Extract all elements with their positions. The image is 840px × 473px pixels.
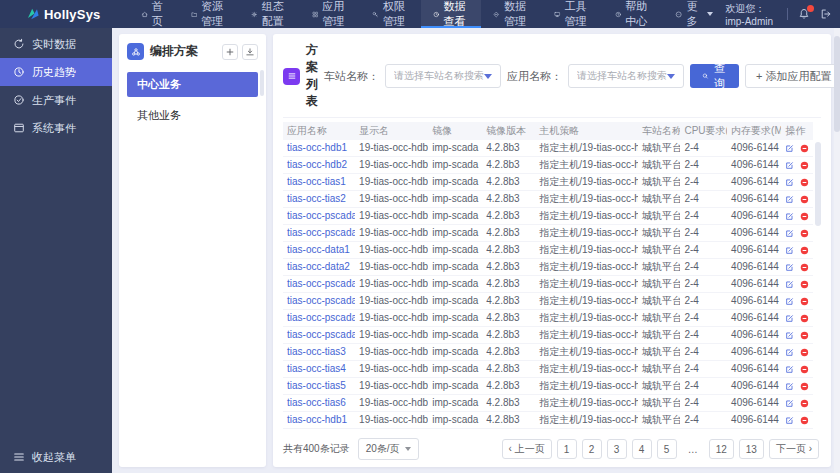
app-name-link[interactable]: tias-occ-data1 xyxy=(287,244,350,255)
edit-icon[interactable] xyxy=(785,313,794,324)
delete-icon[interactable] xyxy=(800,262,809,273)
app-name-link[interactable]: tias-occ-pscada1 xyxy=(287,227,355,238)
delete-icon[interactable] xyxy=(800,211,809,222)
edit-icon[interactable] xyxy=(785,228,794,239)
nav-item[interactable]: 数据查看 xyxy=(421,0,482,28)
page-button[interactable]: 13 xyxy=(739,439,764,459)
display-name-cell: 19-tias-occ-hdb1 xyxy=(355,395,428,412)
sidebar-item[interactable]: 系统事件 xyxy=(0,114,112,142)
page-button[interactable]: 下一页 › xyxy=(769,439,819,459)
page-button[interactable]: 12 xyxy=(709,439,734,459)
app-name-link[interactable]: tias-occ-tias6 xyxy=(287,397,346,408)
delete-icon[interactable] xyxy=(800,245,809,256)
edit-icon[interactable] xyxy=(785,262,794,273)
nav-item[interactable]: 资源管理 xyxy=(179,0,240,28)
delete-icon[interactable] xyxy=(800,143,809,154)
app-name-link[interactable]: tias-occ-pscada5 xyxy=(287,312,355,323)
delete-icon[interactable] xyxy=(800,160,809,171)
image-cell: imp-scada xyxy=(428,327,482,344)
import-plan-button[interactable] xyxy=(242,44,258,60)
delete-icon[interactable] xyxy=(800,177,809,188)
host-policy-cell: 指定主机/19-tias-occ-hdb1 xyxy=(535,327,638,344)
page-button[interactable]: … xyxy=(682,439,704,459)
station-select[interactable]: 请选择车站名称搜索 xyxy=(385,64,501,88)
page-button[interactable]: ‹ 上一页 xyxy=(502,439,552,459)
table-row: tias-occ-tias2 19-tias-occ-hdb1 imp-scad… xyxy=(283,191,813,208)
edit-icon[interactable] xyxy=(785,194,794,205)
add-app-config-button[interactable]: + 添加应用配置 xyxy=(745,64,840,88)
edit-icon[interactable] xyxy=(785,177,794,188)
nav-item[interactable]: 更多 xyxy=(663,0,725,28)
edit-icon[interactable] xyxy=(785,347,794,358)
delete-icon[interactable] xyxy=(800,313,809,324)
app-name-link[interactable]: tias-occ-tias2 xyxy=(287,193,346,204)
delete-icon[interactable] xyxy=(800,194,809,205)
image-cell: imp-scada xyxy=(428,140,482,157)
sidebar-item[interactable]: 历史趋势 xyxy=(0,58,112,86)
app-name-link[interactable]: tias-occ-tias5 xyxy=(287,380,346,391)
edit-icon[interactable] xyxy=(785,330,794,341)
edit-icon[interactable] xyxy=(785,381,794,392)
delete-icon[interactable] xyxy=(800,347,809,358)
notification-bell-icon[interactable] xyxy=(798,8,810,20)
app-name-link[interactable]: tias-occ-tias3 xyxy=(287,346,346,357)
page-scrollbar[interactable] xyxy=(834,28,840,473)
plan-list-item[interactable]: 其他业务 xyxy=(127,103,258,128)
plan-scrollbar[interactable] xyxy=(260,70,264,96)
delete-icon[interactable] xyxy=(800,330,809,341)
add-plan-button[interactable] xyxy=(222,44,238,60)
page-button[interactable]: 5 xyxy=(657,439,677,459)
table-row: tias-occ-hdb1 19-tias-occ-hdb1 imp-scada… xyxy=(283,412,813,429)
nav-item[interactable]: 组态配置 xyxy=(239,0,300,28)
page-button[interactable]: 4 xyxy=(632,439,652,459)
app-name-link[interactable]: tias-occ-pscada6 xyxy=(287,329,355,340)
app-name-link[interactable]: tias-occ-pscada4 xyxy=(287,295,355,306)
nav-item[interactable]: 数据管理 xyxy=(481,0,542,28)
edit-icon[interactable] xyxy=(785,160,794,171)
app-name-link[interactable]: tias-occ-tias1 xyxy=(287,176,346,187)
nav-item[interactable]: 首页 xyxy=(129,0,179,28)
sidebar-item[interactable]: 生产事件 xyxy=(0,86,112,114)
edit-icon[interactable] xyxy=(785,364,794,375)
search-button[interactable]: 查询 xyxy=(690,64,739,88)
edit-icon[interactable] xyxy=(785,415,794,426)
app-name-link[interactable]: tias-occ-data2 xyxy=(287,261,350,272)
edit-icon[interactable] xyxy=(785,296,794,307)
edit-icon[interactable] xyxy=(785,279,794,290)
app-name-link[interactable]: tias-occ-pscada3 xyxy=(287,278,355,289)
delete-icon[interactable] xyxy=(800,279,809,290)
nav-item[interactable]: 应用管理 xyxy=(300,0,361,28)
nav-item[interactable]: 工具管理 xyxy=(542,0,603,28)
app-name-link[interactable]: tias-occ-hdb1 xyxy=(287,142,347,153)
delete-icon[interactable] xyxy=(800,364,809,375)
delete-icon[interactable] xyxy=(800,381,809,392)
nav-item[interactable]: 权限管理 xyxy=(360,0,421,28)
station-select-placeholder: 请选择车站名称搜索 xyxy=(394,69,484,83)
page-button[interactable]: 2 xyxy=(582,439,602,459)
edit-icon[interactable] xyxy=(785,245,794,256)
logout-icon[interactable] xyxy=(820,8,832,20)
page-size-select[interactable]: 20条/页 xyxy=(358,438,419,460)
nav-item-label: 资源管理 xyxy=(201,0,227,29)
table-scrollbar[interactable] xyxy=(815,142,821,226)
collapse-menu-button[interactable]: 收起菜单 xyxy=(0,441,112,473)
edit-icon[interactable] xyxy=(785,211,794,222)
page-button[interactable]: 1 xyxy=(557,439,577,459)
delete-icon[interactable] xyxy=(800,415,809,426)
app-select[interactable]: 请选择车站名称搜索 xyxy=(568,64,684,88)
edit-icon[interactable] xyxy=(785,398,794,409)
delete-icon[interactable] xyxy=(800,398,809,409)
plan-list-item[interactable]: 中心业务 xyxy=(127,72,258,97)
app-name-link[interactable]: tias-occ-hdb1 xyxy=(287,414,347,425)
page-button[interactable]: 3 xyxy=(607,439,627,459)
memory-cell: 4096-6144 xyxy=(727,344,781,361)
nav-item[interactable]: 帮助中心 xyxy=(603,0,664,28)
app-name-link[interactable]: tias-occ-tias4 xyxy=(287,363,346,374)
app-name-link[interactable]: tias-occ-pscada1 xyxy=(287,210,355,221)
app-name-link[interactable]: tias-occ-hdb2 xyxy=(287,159,347,170)
delete-icon[interactable] xyxy=(800,228,809,239)
page-scrollbar-thumb[interactable] xyxy=(834,36,840,132)
sidebar-item[interactable]: 实时数据 xyxy=(0,30,112,58)
delete-icon[interactable] xyxy=(800,296,809,307)
edit-icon[interactable] xyxy=(785,143,794,154)
